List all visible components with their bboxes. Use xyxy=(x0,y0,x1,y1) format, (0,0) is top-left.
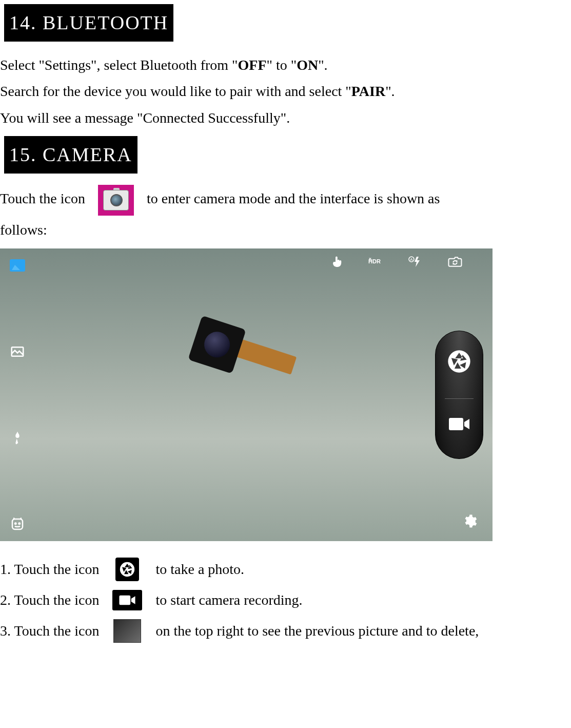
svg-text:A: A xyxy=(410,257,413,262)
bt-off: OFF xyxy=(238,57,267,73)
shutter-button[interactable] xyxy=(446,348,472,382)
face-mode-icon[interactable] xyxy=(9,515,26,533)
instr-2-after: to start camera recording. xyxy=(155,588,302,612)
instr-3-after: on the top right to see the previous pic… xyxy=(155,619,479,643)
instruction-row-3: 3. Touch the icon on the top right to se… xyxy=(0,618,571,644)
bluetooth-line-2: Search for the device you would like to … xyxy=(0,79,571,104)
svg-point-2 xyxy=(15,523,16,524)
shutter-icon xyxy=(111,557,143,582)
svg-rect-8 xyxy=(120,595,131,605)
instruction-row-2: 2. Touch the icon to start camera record… xyxy=(0,587,571,613)
shutter-panel xyxy=(435,331,483,459)
video-record-button[interactable] xyxy=(447,415,471,441)
switch-camera-icon[interactable] xyxy=(446,253,464,271)
settings-gear-icon[interactable] xyxy=(461,512,478,530)
bt-line2-a: Search for the device you would like to … xyxy=(0,83,351,99)
bt-pair: PAIR xyxy=(351,83,385,99)
instr-1-after: to take a photo. xyxy=(155,557,244,582)
video-icon xyxy=(111,587,143,613)
bluetooth-line-1: Select "Settings", select Bluetooth from… xyxy=(0,53,571,78)
camera-app-icon xyxy=(98,185,134,216)
camera-left-toolbar xyxy=(5,255,30,535)
instr-1-before: 1. Touch the icon xyxy=(0,557,99,582)
bt-line1-a: Select "Settings", select Bluetooth from… xyxy=(0,57,238,73)
picture-frame-icon[interactable] xyxy=(9,343,26,360)
instruction-row-1: 1. Touch the icon to take a photo. xyxy=(0,557,571,582)
svg-rect-1 xyxy=(12,519,23,529)
flash-auto-icon[interactable]: A xyxy=(407,253,425,271)
camera-interface-screenshot: HDR A xyxy=(0,248,493,541)
bt-on: ON xyxy=(297,57,318,73)
camera-module-subject xyxy=(188,301,304,391)
instr-2-before: 2. Touch the icon xyxy=(0,588,99,612)
preview-thumbnail-icon xyxy=(111,618,143,644)
bt-line2-b: ". xyxy=(385,83,395,99)
section-14-heading: 14. BLUETOOTH xyxy=(4,4,173,42)
camera-intro-line: Touch the icon to enter camera mode and … xyxy=(0,185,571,216)
shutter-divider xyxy=(445,398,473,399)
camera-top-toolbar: HDR A xyxy=(0,248,493,275)
hdr-icon[interactable]: HDR xyxy=(368,253,386,271)
beauty-mode-icon[interactable] xyxy=(9,429,26,447)
camera-intro-follows: follows: xyxy=(0,218,571,242)
gesture-capture-icon[interactable] xyxy=(329,253,347,271)
instr-3-before: 3. Touch the icon xyxy=(0,619,99,643)
svg-rect-7 xyxy=(449,418,463,430)
camera-intro-after: to enter camera mode and the interface i… xyxy=(147,190,440,206)
bt-line1-b: " to " xyxy=(267,57,297,73)
svg-point-3 xyxy=(19,523,21,524)
bt-line1-c: ". xyxy=(318,57,327,73)
bluetooth-line-3: You will see a message "Connected Succes… xyxy=(0,106,571,130)
camera-intro-before: Touch the icon xyxy=(0,190,85,206)
section-15-heading: 15. CAMERA xyxy=(4,136,137,174)
